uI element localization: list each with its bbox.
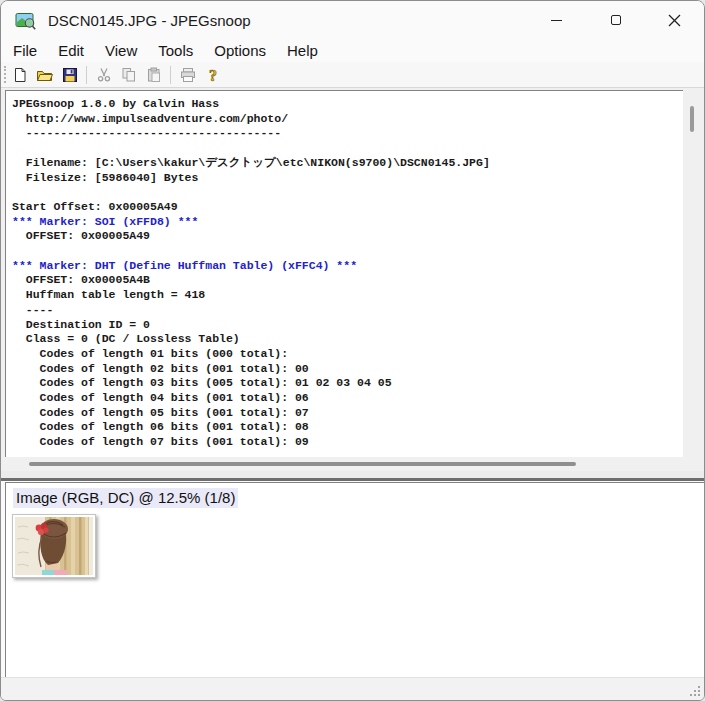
image-thumbnail[interactable] [12,514,96,578]
menu-help[interactable]: Help [287,42,318,59]
new-document-icon [12,67,28,83]
save-button[interactable] [57,63,82,86]
window-title: DSCN0145.JPG - JPEGsnoop [48,12,251,29]
log-text: JPEGsnoop 1.8.0 by Calvin Hass http://ww… [6,91,683,450]
minimize-icon [551,20,562,21]
print-button [175,63,200,86]
menu-tools[interactable]: Tools [158,42,193,59]
new-document-button[interactable] [7,63,32,86]
paste-icon [146,67,162,83]
toolbar-separator [86,66,87,84]
help-icon: ? [205,67,221,83]
menu-edit[interactable]: Edit [58,42,84,59]
jpegsnoop-window: DSCN0145.JPG - JPEGsnoop File Edit View … [0,0,705,701]
close-button[interactable] [645,1,704,39]
horizontal-scrollbar[interactable] [5,457,683,471]
menu-view[interactable]: View [105,42,137,59]
menu-file[interactable]: File [13,42,37,59]
save-icon [62,67,78,83]
image-preview-pane: Image (RGB, DC) @ 12.5% (1/8) [5,482,704,678]
menu-options[interactable]: Options [214,42,266,59]
status-bar [1,677,704,700]
copy-button [116,63,141,86]
open-folder-icon [36,67,53,83]
toolbar-separator [170,66,171,84]
vertical-scrollbar[interactable] [683,90,702,471]
cut-icon [96,67,112,83]
title-bar[interactable]: DSCN0145.JPG - JPEGsnoop [1,1,704,39]
resize-grip-icon[interactable] [688,684,701,697]
toolbar: ? [1,62,704,88]
close-icon [668,14,681,27]
maximize-button[interactable] [586,1,645,39]
print-icon [180,67,196,83]
vertical-scrollbar-thumb[interactable] [690,106,694,132]
menu-bar: File Edit View Tools Options Help [1,39,704,62]
minimize-button[interactable] [527,1,586,39]
pane-splitter[interactable] [1,471,704,481]
paste-button [141,63,166,86]
svg-text:?: ? [209,67,217,83]
app-icon [15,10,36,31]
log-output[interactable]: JPEGsnoop 1.8.0 by Calvin Hass http://ww… [5,90,683,457]
open-button[interactable] [32,63,57,86]
copy-icon [121,67,137,83]
thumbnail-photo [15,517,93,575]
image-preview-label: Image (RGB, DC) @ 12.5% (1/8) [13,488,238,508]
help-button[interactable]: ? [200,63,225,86]
cut-button [91,63,116,86]
maximize-icon [611,15,621,25]
log-pane: JPEGsnoop 1.8.0 by Calvin Hass http://ww… [1,88,704,471]
horizontal-scrollbar-thumb[interactable] [29,462,576,466]
